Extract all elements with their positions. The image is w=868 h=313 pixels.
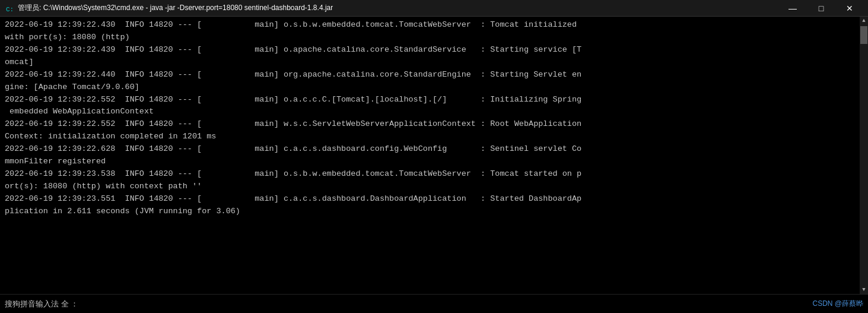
scroll-up-button[interactable]: ▲ bbox=[860, 17, 868, 25]
vertical-scrollbar[interactable]: ▲ ▼ bbox=[860, 17, 868, 294]
window: C: 管理员: C:\Windows\System32\cmd.exe - ja… bbox=[0, 0, 868, 313]
svg-text:C:: C: bbox=[6, 6, 14, 13]
bottom-bar: 搜狗拼音输入法 全 ： CSDN @薛蔡晔 bbox=[0, 294, 868, 313]
close-button[interactable]: ✕ bbox=[836, 0, 863, 17]
scrollbar-thumb[interactable] bbox=[860, 26, 867, 44]
ime-area: 搜狗拼音输入法 全 ： bbox=[5, 299, 78, 309]
cmd-icon: C: bbox=[5, 4, 14, 13]
minimize-button[interactable]: — bbox=[779, 0, 806, 17]
maximize-button[interactable]: □ bbox=[807, 0, 835, 17]
window-title: 管理员: C:\Windows\System32\cmd.exe - java … bbox=[18, 3, 333, 13]
window-controls: — □ ✕ bbox=[779, 0, 863, 17]
ime-label: 搜狗拼音输入法 全 ： bbox=[5, 299, 78, 309]
scroll-down-button[interactable]: ▼ bbox=[860, 286, 868, 294]
title-bar: C: 管理员: C:\Windows\System32\cmd.exe - ja… bbox=[0, 0, 868, 17]
console-output: 2022-06-19 12:39:22.430 INFO 14820 --- [… bbox=[5, 19, 863, 218]
title-bar-left: C: 管理员: C:\Windows\System32\cmd.exe - ja… bbox=[5, 3, 333, 13]
watermark: CSDN @薛蔡晔 bbox=[812, 299, 863, 309]
console-area: 2022-06-19 12:39:22.430 INFO 14820 --- [… bbox=[0, 17, 868, 294]
